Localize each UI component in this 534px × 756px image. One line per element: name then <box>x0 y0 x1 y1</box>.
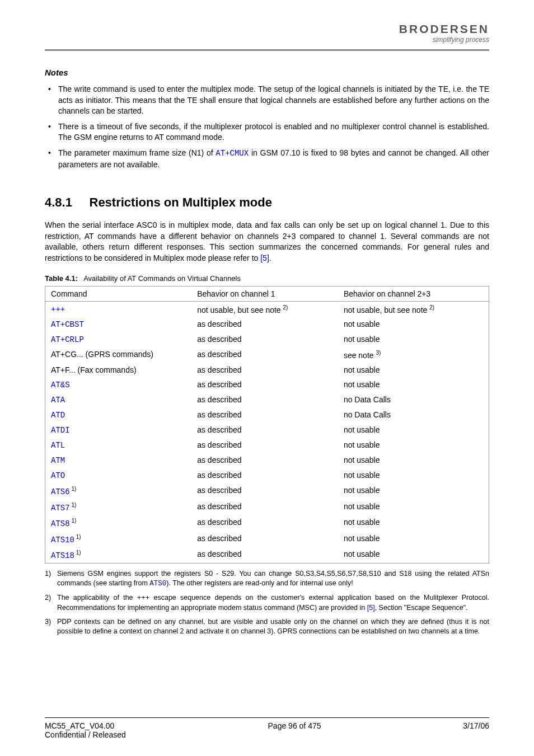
section-paragraph: When the serial interface ASC0 is in mul… <box>45 220 489 264</box>
reference-link[interactable]: [5] <box>260 253 269 262</box>
table-cell-command: ATS6 1) <box>45 483 192 499</box>
table-cell-ch1: as described <box>191 483 338 499</box>
command-link[interactable]: AT+CRLP <box>51 335 84 344</box>
tagline: simplifying process <box>399 36 489 44</box>
table-cell-ch23: not usable <box>338 332 489 347</box>
para-text: . <box>269 253 271 262</box>
table-cell-ch23: not usable, but see note 2) <box>338 301 489 317</box>
table-row: AT+F... (Fax commands)as describednot us… <box>45 363 489 377</box>
logo-text: BRODERSEN <box>399 22 489 36</box>
reference-link[interactable]: [5] <box>367 604 375 612</box>
footnote-code: ATS0 <box>149 580 166 588</box>
table-row: ATOas describednot usable <box>45 468 489 483</box>
table-cell-ch1: as described <box>191 515 338 531</box>
command-link[interactable]: ATS18 <box>51 551 74 560</box>
table-row: ATDIas describednot usable <box>45 422 489 438</box>
table-cell-ch1: as described <box>191 422 338 438</box>
footer-doc-id: MC55_ATC_V04.00 <box>45 721 126 730</box>
header-divider <box>45 49 489 51</box>
command-link[interactable]: ATD <box>51 411 65 420</box>
table-row: AT&Sas describednot usable <box>45 377 489 392</box>
superscript: 1) <box>74 550 81 556</box>
table-row: AT+CBSTas describednot usable <box>45 317 489 332</box>
table-cell-ch1: as described <box>191 377 338 392</box>
command-link[interactable]: ATS10 <box>51 535 74 544</box>
table-cell-ch23: not usable <box>338 499 489 515</box>
table-cell-ch1: as described <box>191 363 338 377</box>
table-caption-label: Table 4.1: <box>45 274 78 283</box>
table-cell-ch23: no Data Calls <box>338 392 489 407</box>
footnote-text: Siemens GSM engines support the register… <box>57 569 489 589</box>
footnote-code: +++ <box>137 594 150 602</box>
table-header: Behavior on channel 1 <box>191 286 338 301</box>
table-cell-command: AT+CRLP <box>45 332 192 347</box>
table-row: AT+CRLPas describednot usable <box>45 332 489 347</box>
command-link[interactable]: +++ <box>51 305 65 314</box>
table-caption: Table 4.1: Availability of AT Commands o… <box>45 274 489 283</box>
command-link[interactable]: AT+CBST <box>51 320 84 329</box>
table-cell-command: AT+CG... (GPRS commands) <box>45 347 192 363</box>
table-cell-command: ATL <box>45 438 192 453</box>
page-header: BRODERSEN simplifying process <box>45 22 489 44</box>
page-footer: MC55_ATC_V04.00 Confidential / Released … <box>45 717 489 739</box>
table-cell-ch23: not usable <box>338 468 489 483</box>
footer-date: 3/17/06 <box>463 721 489 739</box>
table-cell-command: ATA <box>45 392 192 407</box>
command-text: AT+CG... (GPRS commands) <box>51 350 153 359</box>
command-link[interactable]: ATDI <box>51 426 70 435</box>
command-link[interactable]: ATO <box>51 471 65 480</box>
table-cell-ch1: as described <box>191 332 338 347</box>
note-item: The parameter maximum frame size (N1) of… <box>45 148 489 170</box>
superscript: 1) <box>70 486 77 492</box>
table-cell-ch1: as described <box>191 468 338 483</box>
note-item: The write command is used to enter the m… <box>45 84 489 117</box>
command-link[interactable]: ATA <box>51 396 65 405</box>
table-row: ATMas describednot usable <box>45 453 489 468</box>
table-row: ATAas describedno Data Calls <box>45 392 489 407</box>
table-cell-ch23: not usable <box>338 363 489 377</box>
table-cell-command: ATS18 1) <box>45 547 192 563</box>
table-cell-ch23: not usable <box>338 438 489 453</box>
table-cell-ch23: no Data Calls <box>338 407 489 422</box>
table-cell-command: ATS7 1) <box>45 499 192 515</box>
table-cell-ch23: not usable <box>338 531 489 547</box>
table-cell-ch23: see note 3) <box>338 347 489 363</box>
table-cell-ch23: not usable <box>338 422 489 438</box>
footnote: 2) The applicability of the +++ escape s… <box>45 593 489 613</box>
table-cell-command: AT&S <box>45 377 192 392</box>
footnote-text: The applicability of the +++ escape sequ… <box>57 593 489 613</box>
notes-list: The write command is used to enter the m… <box>45 84 489 170</box>
table-header: Command <box>45 286 192 301</box>
table-row: ATS6 1)as describednot usable <box>45 483 489 499</box>
footnote-num: 2) <box>45 593 57 613</box>
superscript: 1) <box>70 502 77 508</box>
command-link[interactable]: ATS7 <box>51 503 70 512</box>
command-link[interactable]: AT&S <box>51 381 70 389</box>
table-cell-ch1: as described <box>191 499 338 515</box>
table-caption-text: Availability of AT Commands on Virtual C… <box>83 274 241 283</box>
command-link[interactable]: ATS6 <box>51 487 70 496</box>
note-text: There is a timeout of five seconds, if t… <box>58 122 489 142</box>
table-cell-ch23: not usable <box>338 547 489 563</box>
table-cell-ch23: not usable <box>338 453 489 468</box>
section-heading: 4.8.1 Restrictions on Multiplex mode <box>45 195 489 210</box>
table-cell-ch1: as described <box>191 453 338 468</box>
table-cell-command: AT+CBST <box>45 317 192 332</box>
command-link[interactable]: ATL <box>51 441 65 450</box>
table-row: ATS10 1)as describednot usable <box>45 531 489 547</box>
footnote: 1) Siemens GSM engines support the regis… <box>45 569 489 589</box>
command-link[interactable]: ATM <box>51 456 65 465</box>
footnote-num: 3) <box>45 617 57 636</box>
table-cell-ch1: not usable, but see note 2) <box>191 301 338 317</box>
note-text: The parameter maximum frame size (N1) of <box>58 148 216 157</box>
section-title: Restrictions on Multiplex mode <box>90 195 272 209</box>
table-row: ATDas describedno Data Calls <box>45 407 489 422</box>
footer-confidential: Confidential / Released <box>45 730 126 739</box>
table-cell-command: ATS8 1) <box>45 515 192 531</box>
command-link[interactable]: ATS8 <box>51 519 70 528</box>
table-header: Behavior on channel 2+3 <box>338 286 489 301</box>
command-text: AT+F... (Fax commands) <box>51 365 137 374</box>
footnote: 3) PDP contexts can be defined on any ch… <box>45 617 489 636</box>
table-cell-ch23: not usable <box>338 317 489 332</box>
table-cell-ch1: as described <box>191 531 338 547</box>
